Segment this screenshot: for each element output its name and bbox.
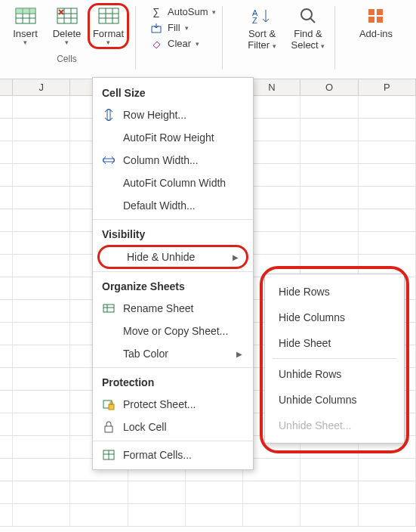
svg-point-21 [301, 9, 312, 20]
rename-icon [100, 302, 117, 314]
menu-label: Hide & Unhide [127, 251, 195, 263]
menu-lock-cell[interactable]: Lock Cell [93, 416, 253, 438]
ribbon: Insert ▾ Delete ▾ Format ▾ Cells ∑ [0, 0, 416, 79]
eraser-icon [149, 39, 163, 49]
chevron-down-icon: ▾ [65, 39, 69, 45]
svg-rect-35 [105, 426, 112, 432]
menu-label: Row Height... [123, 109, 186, 121]
col-header-blank[interactable] [0, 79, 13, 95]
sort-filter-button[interactable]: AZ Sort & Filter ▾ [241, 3, 282, 54]
editing-group: ∑ AutoSum ▾ Fill ▾ Clear ▾ [149, 3, 216, 49]
find-label-1: Find & [294, 28, 322, 39]
row-height-icon [100, 109, 117, 121]
insert-label: Insert [13, 28, 38, 39]
insert-button[interactable]: Insert ▾ [5, 3, 46, 49]
submenu-unhide-rows[interactable]: Unhide Rows [265, 361, 404, 387]
menu-separator [93, 219, 253, 220]
svg-rect-26 [377, 17, 383, 23]
sort-icon: AZ [252, 5, 272, 26]
chevron-right-icon: ▶ [233, 253, 242, 261]
lock-icon [100, 421, 117, 433]
menu-row-height[interactable]: Row Height... [93, 104, 253, 126]
svg-rect-24 [377, 9, 383, 15]
fill-label: Fill [168, 22, 180, 33]
svg-rect-28 [103, 159, 114, 162]
chevron-down-icon: ▾ [106, 39, 110, 45]
addins-label: Add-ins [359, 28, 393, 39]
search-icon [299, 5, 317, 26]
sigma-icon: ∑ [149, 6, 163, 17]
col-header[interactable]: O [300, 79, 358, 95]
menu-autofit-col[interactable]: AutoFit Column Width [93, 172, 253, 194]
menu-label: Format Cells... [123, 449, 192, 461]
format-button[interactable]: Format ▾ [88, 3, 129, 49]
separator [135, 6, 136, 70]
menu-label: AutoFit Column Width [123, 177, 226, 189]
menu-label: Move or Copy Sheet... [123, 325, 228, 337]
menu-tab-color[interactable]: Tab Color ▶ [93, 342, 253, 365]
format-cells-icon [100, 449, 117, 461]
delete-icon [57, 5, 78, 26]
fill-icon [149, 23, 163, 33]
menu-autofit-row[interactable]: AutoFit Row Height [93, 126, 253, 149]
menu-header-protection: Protection [93, 370, 253, 393]
menu-label: Rename Sheet [123, 302, 193, 314]
format-menu: Cell Size Row Height... AutoFit Row Heig… [92, 77, 254, 470]
menu-label: Column Width... [123, 154, 199, 166]
svg-rect-23 [368, 9, 374, 15]
autosum-label: AutoSum [168, 6, 208, 17]
menu-label: Protect Sheet... [123, 398, 196, 410]
svg-rect-13 [99, 8, 119, 23]
chevron-down-icon: ▾ [196, 40, 199, 48]
svg-rect-25 [368, 17, 374, 23]
insert-icon [15, 5, 36, 26]
menu-rename-sheet[interactable]: Rename Sheet [93, 297, 253, 320]
menu-separator [93, 367, 253, 368]
menu-label: Default Width... [123, 200, 196, 212]
addins-button[interactable]: Add-ins [355, 3, 396, 43]
svg-rect-29 [103, 305, 114, 312]
submenu-hide-rows[interactable]: Hide Rows [265, 279, 404, 305]
svg-rect-33 [109, 404, 114, 410]
delete-button[interactable]: Delete ▾ [46, 3, 88, 49]
submenu-unhide-cols[interactable]: Unhide Columns [265, 387, 404, 413]
menu-label: Tab Color [123, 348, 168, 360]
menu-move-copy[interactable]: Move or Copy Sheet... [93, 320, 253, 342]
menu-label: AutoFit Row Height [123, 131, 214, 144]
chevron-right-icon: ▶ [236, 350, 245, 358]
clear-label: Clear [168, 38, 191, 49]
col-header[interactable]: J [13, 79, 70, 95]
menu-default-width[interactable]: Default Width... [93, 194, 253, 217]
fill-button[interactable]: Fill ▾ [149, 22, 216, 33]
protect-icon [100, 398, 117, 410]
svg-text:Z: Z [252, 16, 257, 25]
submenu-separator [273, 358, 396, 359]
find-select-button[interactable]: Find & Select ▾ [287, 3, 328, 54]
addins-icon [367, 5, 385, 26]
chevron-down-icon: ▾ [23, 39, 27, 45]
sort-label-1: Sort & [248, 28, 276, 39]
separator [334, 6, 335, 70]
submenu-hide-cols[interactable]: Hide Columns [265, 305, 404, 330]
separator [222, 6, 223, 70]
submenu-unhide-sheet: Unhide Sheet... [265, 413, 404, 438]
hide-unhide-submenu: Hide Rows Hide Columns Hide Sheet Unhide… [264, 274, 405, 444]
menu-hide-unhide[interactable]: Hide & Unhide ▶ [97, 245, 248, 269]
clear-button[interactable]: Clear ▾ [149, 38, 216, 49]
menu-format-cells[interactable]: Format Cells... [93, 444, 253, 466]
chevron-down-icon: ▾ [212, 8, 216, 16]
submenu-hide-sheet[interactable]: Hide Sheet [265, 330, 404, 356]
delete-label: Delete [53, 28, 82, 39]
autosum-button[interactable]: ∑ AutoSum ▾ [149, 6, 216, 17]
menu-header-organize: Organize Sheets [93, 274, 253, 297]
menu-header-visibility: Visibility [93, 222, 253, 245]
format-label: Format [93, 28, 124, 39]
menu-separator [93, 271, 253, 272]
find-label-2: Select [291, 39, 319, 51]
menu-label: Lock Cell [123, 421, 167, 433]
col-header[interactable]: P [359, 79, 416, 95]
menu-column-width[interactable]: Column Width... [93, 149, 253, 172]
col-width-icon [100, 154, 117, 166]
menu-protect-sheet[interactable]: Protect Sheet... [93, 393, 253, 416]
cells-group-label: Cells [57, 54, 77, 64]
